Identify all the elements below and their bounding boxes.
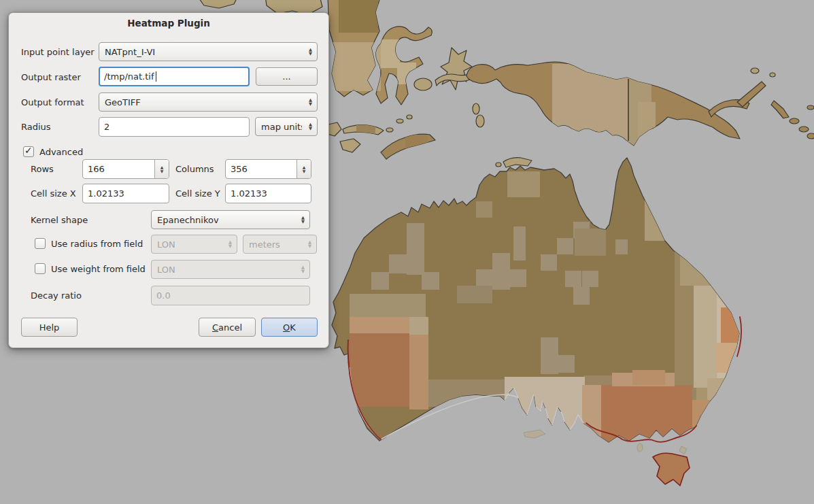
output-format-label: Output format	[21, 93, 84, 112]
cell-size-y-label: Cell size Y	[175, 184, 220, 203]
checkmark-icon: ✓	[24, 145, 33, 156]
island-small-4	[396, 119, 403, 123]
combo-arrows-icon: ▲▼	[309, 43, 312, 61]
rows-spinbox[interactable]: 166 ▲▼	[82, 159, 169, 179]
output-raster-label: Output raster	[21, 67, 81, 86]
cancel-button[interactable]: Cancel	[199, 318, 256, 337]
ok-button[interactable]: OK	[261, 318, 318, 337]
cell-size-x-value: 1.02133	[88, 188, 124, 199]
use-radius-label: Use radius from field	[51, 234, 143, 253]
columns-value: 356	[231, 164, 248, 174]
island-king	[637, 443, 643, 452]
radius-value: 2	[104, 122, 109, 132]
radius-units-value: map units	[261, 122, 302, 132]
decay-ratio-label: Decay ratio	[31, 286, 82, 305]
island-buru	[414, 78, 432, 90]
output-format-combobox[interactable]: GeoTIFF ▲▼	[99, 93, 318, 112]
cell-size-y-input[interactable]: 1.02133	[225, 184, 311, 203]
output-raster-input[interactable]: /tmp/nat.tif	[99, 67, 250, 86]
radius-label: Radius	[21, 117, 51, 136]
cell-size-y-value: 1.02133	[231, 188, 267, 199]
island-small-2	[770, 73, 775, 77]
ok-button-label: OK	[283, 322, 296, 333]
weight-field-combobox: LON ▲▼	[151, 260, 310, 279]
combo-arrows-icon: ▲▼	[309, 93, 312, 111]
radius-field-value: LON	[157, 239, 175, 250]
island-small-3	[386, 128, 393, 132]
kernel-shape-value: Epanechnikov	[157, 215, 219, 225]
browse-output-button[interactable]: ...	[256, 67, 318, 86]
island-solomon-2	[799, 127, 809, 132]
island-small-5	[407, 115, 412, 119]
cell-size-x-input[interactable]: 1.02133	[82, 184, 169, 203]
rows-label: Rows	[31, 159, 54, 179]
radius-units-combobox[interactable]: map units ▲▼	[255, 117, 318, 136]
rows-value: 166	[88, 164, 105, 174]
use-radius-checkbox[interactable]: ✓	[35, 238, 46, 249]
spinner-arrows-icon[interactable]: ▲▼	[296, 160, 311, 178]
combo-arrows-icon: ▲▼	[308, 235, 311, 253]
radius-field-units-combobox: meters ▲▼	[243, 235, 317, 254]
input-point-layer-value: NATpnt_I-VI	[105, 47, 155, 57]
kernel-shape-combobox[interactable]: Epanechnikov ▲▼	[151, 210, 310, 229]
input-point-layer-combobox[interactable]: NATpnt_I-VI ▲▼	[99, 42, 318, 61]
cancel-button-label: Cancel	[212, 322, 242, 333]
help-button[interactable]: Help	[21, 318, 78, 337]
cell-size-x-label: Cell size X	[31, 184, 76, 203]
weight-field-value: LON	[157, 265, 175, 275]
radius-field-units-value: meters	[249, 239, 280, 250]
browse-button-label: ...	[282, 71, 290, 82]
combo-arrows-icon: ▲▼	[228, 235, 232, 253]
help-button-label: Help	[39, 322, 60, 333]
island-solomon-3	[807, 133, 814, 139]
dialog-title: Heatmap Plugin	[9, 18, 328, 29]
island-kai	[473, 103, 479, 114]
island-small-1	[751, 68, 759, 73]
use-weight-label: Use weight from field	[51, 259, 146, 278]
output-format-value: GeoTIFF	[105, 97, 141, 107]
columns-label: Columns	[175, 159, 214, 179]
kernel-shape-label: Kernel shape	[31, 210, 88, 229]
radius-field-combobox: LON ▲▼	[151, 235, 237, 254]
combo-arrows-icon: ▲▼	[301, 261, 305, 278]
columns-spinbox[interactable]: 356 ▲▼	[225, 159, 311, 179]
advanced-label: Advanced	[39, 142, 83, 161]
island-solomon-1	[790, 118, 799, 124]
combo-arrows-icon: ▲▼	[301, 211, 305, 229]
output-raster-value: /tmp/nat.tif	[104, 71, 154, 82]
use-weight-checkbox[interactable]: ✓	[35, 263, 46, 274]
text-caret	[156, 71, 156, 82]
island-bathurst	[496, 163, 501, 167]
input-point-layer-label: Input point layer	[21, 42, 95, 61]
decay-ratio-input: 0.0	[151, 286, 310, 305]
heatmap-plugin-dialog: Heatmap Plugin Input point layer NATpnt_…	[8, 12, 329, 348]
radius-input[interactable]: 2	[99, 117, 250, 137]
advanced-checkbox[interactable]: ✓	[23, 146, 34, 157]
island-aru	[476, 115, 484, 127]
island-solomon-4	[807, 105, 814, 110]
decay-ratio-value: 0.0	[156, 290, 171, 301]
combo-arrows-icon: ▲▼	[309, 118, 312, 135]
spinner-arrows-icon[interactable]: ▲▼	[154, 160, 169, 178]
